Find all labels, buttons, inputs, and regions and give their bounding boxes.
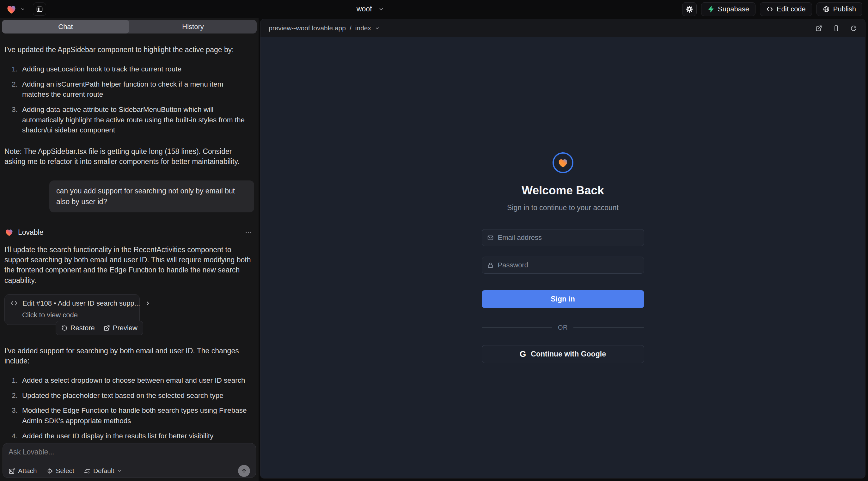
code-icon bbox=[10, 299, 18, 307]
email-field[interactable] bbox=[498, 233, 639, 242]
assistant-header: Lovable bbox=[4, 228, 254, 237]
or-divider: OR bbox=[482, 324, 644, 331]
tab-history[interactable]: History bbox=[129, 20, 257, 33]
more-options-icon[interactable] bbox=[245, 228, 254, 236]
chat-history-tabbar: Chat History bbox=[2, 20, 257, 33]
project-switcher[interactable]: woof bbox=[356, 0, 384, 18]
supabase-button[interactable]: Supabase bbox=[701, 2, 755, 16]
header-actions: Supabase Edit code Publish bbox=[682, 2, 862, 16]
chat-composer: Attach Select Default bbox=[3, 443, 256, 478]
app-logo bbox=[553, 152, 574, 173]
arrow-up-icon bbox=[241, 468, 247, 474]
password-field-wrap bbox=[482, 257, 644, 274]
assistant-paragraph: I've added support for searching by both… bbox=[4, 346, 254, 366]
tab-chat[interactable]: Chat bbox=[2, 20, 129, 33]
preview-button[interactable]: Preview bbox=[104, 324, 137, 332]
page-subtitle: Sign in to continue to your account bbox=[507, 203, 619, 212]
divider-line bbox=[482, 327, 553, 328]
preview-url-bar: preview--woof.lovable.app / index bbox=[260, 19, 865, 37]
attach-image-icon bbox=[8, 468, 15, 474]
send-button[interactable] bbox=[238, 465, 250, 477]
attach-label: Attach bbox=[18, 467, 37, 475]
google-button-label: Continue with Google bbox=[531, 350, 606, 358]
heart-icon bbox=[557, 157, 569, 169]
page-title: Welcome Back bbox=[522, 184, 604, 197]
preview-bar-actions bbox=[815, 25, 857, 32]
email-field-wrap bbox=[482, 229, 644, 246]
mode-label: Default bbox=[93, 467, 115, 475]
target-icon bbox=[46, 468, 53, 474]
chevron-down-icon bbox=[20, 7, 25, 12]
list-item: Adding data-active attribute to SidebarM… bbox=[20, 105, 247, 136]
assistant-list: Added a select dropdown to choose betwee… bbox=[4, 376, 254, 441]
google-g-icon: G bbox=[520, 349, 526, 359]
preview-panel: preview--woof.lovable.app / index bbox=[260, 19, 865, 478]
chevron-down-icon bbox=[375, 26, 380, 31]
open-in-new-tab-button[interactable] bbox=[815, 25, 822, 32]
sign-in-button[interactable]: Sign in bbox=[482, 290, 644, 308]
assistant-list: Adding useLocation hook to track the cur… bbox=[4, 64, 254, 136]
tab-chat-label: Chat bbox=[58, 23, 73, 31]
tab-history-label: History bbox=[182, 23, 204, 31]
edit-code-label: Edit code bbox=[777, 5, 806, 13]
url-path-separator: / bbox=[350, 24, 351, 32]
list-item: Updated the placeholder text based on th… bbox=[20, 391, 247, 401]
edit-code-button[interactable]: Edit code bbox=[760, 2, 812, 16]
preview-url: preview--woof.lovable.app bbox=[269, 24, 346, 32]
chat-input[interactable] bbox=[8, 448, 250, 461]
chevron-down-icon bbox=[378, 6, 384, 12]
assistant-paragraph: I've updated the AppSidebar component to… bbox=[4, 44, 254, 55]
refresh-button[interactable] bbox=[850, 25, 857, 32]
supabase-label: Supabase bbox=[718, 5, 749, 13]
edit-card-title: Edit #108 • Add user ID search supp... bbox=[23, 299, 140, 308]
assistant-paragraph: I'll update the search functionality in … bbox=[4, 245, 254, 285]
user-message-row: can you add support for searching not on… bbox=[4, 181, 254, 212]
external-link-icon bbox=[104, 325, 110, 331]
assistant-name: Lovable bbox=[18, 228, 43, 237]
mail-icon bbox=[487, 234, 494, 241]
app-header: woof bbox=[0, 0, 868, 18]
login-form: Sign in OR G Continue with Google bbox=[482, 229, 644, 363]
list-item: Modified the Edge Function to handle bot… bbox=[20, 406, 247, 426]
preview-label: Preview bbox=[113, 324, 137, 332]
sidebar-toggle-button[interactable] bbox=[33, 3, 46, 16]
restore-label: Restore bbox=[70, 324, 95, 332]
select-button[interactable]: Select bbox=[46, 467, 74, 475]
mode-selector-button[interactable]: Default bbox=[84, 467, 122, 475]
restore-icon bbox=[61, 325, 68, 331]
chevron-down-icon bbox=[117, 468, 122, 473]
attach-button[interactable]: Attach bbox=[8, 467, 37, 475]
edit-card-subtitle: Click to view code bbox=[22, 311, 134, 319]
refresh-icon bbox=[850, 25, 857, 32]
divider-line bbox=[574, 327, 644, 328]
password-field[interactable] bbox=[498, 261, 639, 269]
edit-version-card[interactable]: Edit #108 • Add user ID search supp... C… bbox=[4, 294, 140, 325]
list-item: Adding an isCurrentPath helper function … bbox=[20, 79, 247, 100]
composer-toolbar: Attach Select Default bbox=[8, 465, 250, 477]
select-label: Select bbox=[56, 467, 74, 475]
google-sign-in-button[interactable]: G Continue with Google bbox=[482, 345, 644, 363]
restore-button[interactable]: Restore bbox=[61, 324, 95, 332]
list-item: Added the user ID display in the results… bbox=[20, 431, 247, 442]
publish-button[interactable]: Publish bbox=[816, 2, 862, 16]
sliders-icon bbox=[84, 468, 90, 474]
preview-login-page: Welcome Back Sign in to continue to your… bbox=[260, 37, 865, 478]
preview-route: index bbox=[355, 24, 371, 32]
chat-messages[interactable]: I've updated the AppSidebar component to… bbox=[0, 37, 258, 443]
code-icon bbox=[766, 6, 773, 13]
divider-label: OR bbox=[558, 324, 568, 331]
sidebar-panel-icon bbox=[36, 6, 43, 13]
lock-icon bbox=[487, 262, 494, 269]
settings-button[interactable] bbox=[682, 2, 697, 16]
lovable-heart-icon bbox=[4, 228, 14, 237]
preview-url-selector[interactable]: preview--woof.lovable.app / index bbox=[269, 24, 380, 32]
lovable-logo-menu[interactable] bbox=[6, 3, 25, 15]
lovable-heart-icon bbox=[6, 3, 17, 15]
publish-label: Publish bbox=[833, 5, 856, 13]
supabase-bolt-icon bbox=[707, 6, 714, 13]
globe-icon bbox=[823, 6, 830, 13]
version-actions: Restore Preview bbox=[56, 321, 143, 335]
mobile-view-button[interactable] bbox=[833, 25, 840, 32]
project-name: woof bbox=[356, 5, 372, 13]
assistant-note: Note: The AppSidebar.tsx file is getting… bbox=[4, 146, 254, 166]
